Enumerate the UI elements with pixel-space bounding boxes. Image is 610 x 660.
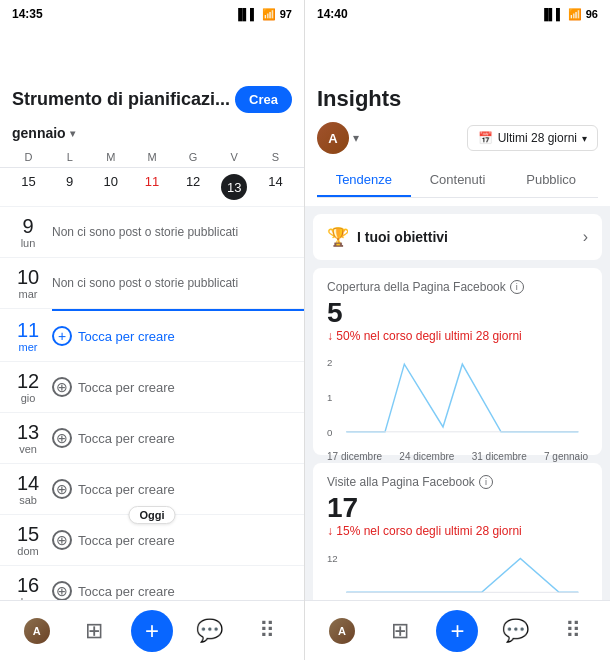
chart-copertura: 2 1 0 17 dicembre 24 dicembre 31 dicembr… (327, 353, 588, 443)
info-icon-1[interactable]: i (510, 280, 524, 294)
time-left: 14:35 (0, 0, 55, 28)
create-label-15: Tocca per creare (78, 533, 175, 548)
day-num-12: 12 (17, 370, 39, 392)
plus-circle-icon-12: ⊕ (52, 377, 72, 397)
nav-fab-right[interactable]: + (429, 610, 487, 652)
metric-title-1: Copertura della Pagina Facebook (327, 280, 506, 294)
create-button[interactable]: Crea (235, 86, 292, 113)
create-post-14[interactable]: ⊕ Tocca per creare (52, 479, 175, 499)
chart-label-17dic: 17 dicembre (327, 451, 382, 462)
nav-fab-left[interactable]: + (123, 610, 181, 652)
info-icon-2[interactable]: i (479, 475, 493, 489)
day-m2: M (131, 147, 172, 167)
fab-plus-icon-right[interactable]: + (436, 610, 478, 652)
metric-title-2: Visite alla Pagina Facebook (327, 475, 475, 489)
status-bar-right: 14:40 ▐▌▌ 📶 96 (305, 0, 610, 28)
metric-change-1: ↓ 50% nel corso degli ultimi 28 giorni (327, 329, 588, 343)
left-header: Strumento di pianificazi... Crea (0, 56, 304, 121)
nav-avatar-left[interactable]: A (8, 618, 66, 644)
profile-avatar[interactable]: A (317, 122, 349, 154)
create-post-15[interactable]: ⊕ Tocca per creare (52, 530, 175, 550)
tab-tendenze[interactable]: Tendenze (317, 164, 411, 197)
chart-visite: 12 (327, 548, 588, 598)
nav-pages-left[interactable]: ⊞ (66, 618, 124, 644)
create-label-11: Tocca per creare (78, 329, 175, 344)
day-s: S (255, 147, 296, 167)
day-name-lun1: lun (21, 237, 36, 249)
battery-right: 96 (586, 8, 598, 20)
metric-card-copertura: Copertura della Pagina Facebook i 5 ↓ 50… (313, 268, 602, 455)
create-post-12[interactable]: ⊕ Tocca per creare (52, 377, 175, 397)
create-label-13: Tocca per creare (78, 431, 175, 446)
metric-value-2: 17 (327, 493, 588, 524)
nav-avatar-right[interactable]: A (313, 618, 371, 644)
nav-apps-right[interactable]: ⠿ (544, 618, 602, 644)
insights-title: Insights (317, 86, 598, 112)
right-content: Insights A ▾ 📅 Ultimi 28 giorni ▾ Tenden… (305, 56, 610, 206)
create-post-13[interactable]: ⊕ Tocca per creare (52, 428, 175, 448)
create-label-14: Tocca per creare (78, 482, 175, 497)
chart-svg-1: 2 1 0 (327, 353, 588, 443)
day-name-lun2: lun (21, 596, 36, 600)
tab-pubblico[interactable]: Pubblico (504, 164, 598, 197)
schedule-list: 9 lun Non ci sono post o storie pubblica… (0, 207, 304, 600)
chart-line-2 (346, 558, 578, 592)
plus-circle-icon-15: ⊕ (52, 530, 72, 550)
tab-contenuti[interactable]: Contenuti (411, 164, 505, 197)
status-bar-left: 14:35 ▐▌▌ 📶 97 (0, 0, 304, 28)
svg-text:2: 2 (327, 357, 332, 368)
schedule-day-13: 13 ven ⊕ Tocca per creare (0, 413, 304, 463)
date-15[interactable]: 15 (8, 168, 49, 206)
date-14[interactable]: 14 (255, 168, 296, 206)
profile-row[interactable]: A ▾ (317, 122, 359, 154)
date-13[interactable]: 13 (214, 168, 255, 206)
nav-apps-left[interactable]: ⠿ (238, 618, 296, 644)
day-v: V (214, 147, 255, 167)
svg-text:0: 0 (327, 426, 332, 437)
date-11[interactable]: 11 (131, 168, 172, 206)
insights-header: Insights A ▾ 📅 Ultimi 28 giorni ▾ Tenden… (305, 56, 610, 206)
signal-icon-r: ▐▌▌ (540, 8, 563, 20)
calendar-header: D L M M G V S (0, 147, 304, 168)
day-d: D (8, 147, 49, 167)
day-name-mer: mer (19, 341, 38, 353)
nav-chat-left[interactable]: 💬 (181, 618, 239, 644)
avatar-icon-right: A (329, 618, 355, 644)
bottom-nav-right: A ⊞ + 💬 ⠿ (305, 600, 610, 660)
no-posts-10: Non ci sono post o storie pubblicati (52, 276, 238, 290)
month-selector[interactable]: gennaio ▾ (0, 121, 304, 147)
pages-icon-right: ⊞ (391, 618, 409, 644)
create-post-16[interactable]: ⊕ Tocca per creare (52, 581, 175, 600)
svg-text:1: 1 (327, 392, 332, 403)
day-name-mar: mar (19, 288, 38, 300)
date-10[interactable]: 10 (90, 168, 131, 206)
insights-controls: A ▾ 📅 Ultimi 28 giorni ▾ (317, 122, 598, 154)
month-label: gennaio (12, 125, 66, 141)
nav-chat-right[interactable]: 💬 (486, 618, 544, 644)
date-range-button[interactable]: 📅 Ultimi 28 giorni ▾ (467, 125, 598, 151)
date-13-selected[interactable]: 13 (221, 174, 247, 200)
svg-text:12: 12 (327, 553, 338, 564)
day-num-10: 10 (17, 266, 39, 288)
trophy-icon: 🏆 (327, 226, 349, 248)
chevron-down-icon: ▾ (70, 128, 75, 139)
day-num-11: 11 (17, 319, 39, 341)
create-post-11[interactable]: + Tocca per creare (52, 326, 175, 346)
plus-circle-icon-16: ⊕ (52, 581, 72, 600)
date-range-chevron: ▾ (582, 133, 587, 144)
metric-card-visite: Visite alla Pagina Facebook i 17 ↓ 15% n… (313, 463, 602, 600)
chart-label-31dic: 31 dicembre (472, 451, 527, 462)
date-9[interactable]: 9 (49, 168, 90, 206)
fab-plus-icon[interactable]: + (131, 610, 173, 652)
apps-icon-left: ⠿ (259, 618, 275, 644)
nav-pages-right[interactable]: ⊞ (371, 618, 429, 644)
date-12[interactable]: 12 (173, 168, 214, 206)
calendar-week: 15 9 10 11 12 13 14 (0, 168, 304, 207)
schedule-day-11: 11 mer + Tocca per creare (0, 309, 304, 361)
chart-line-1 (346, 364, 578, 432)
goals-card[interactable]: 🏆 I tuoi obiettivi › (313, 214, 602, 260)
today-badge: Oggi (128, 506, 175, 524)
plus-circle-icon-13: ⊕ (52, 428, 72, 448)
day-name-ven: ven (19, 443, 37, 455)
profile-chevron: ▾ (353, 131, 359, 145)
